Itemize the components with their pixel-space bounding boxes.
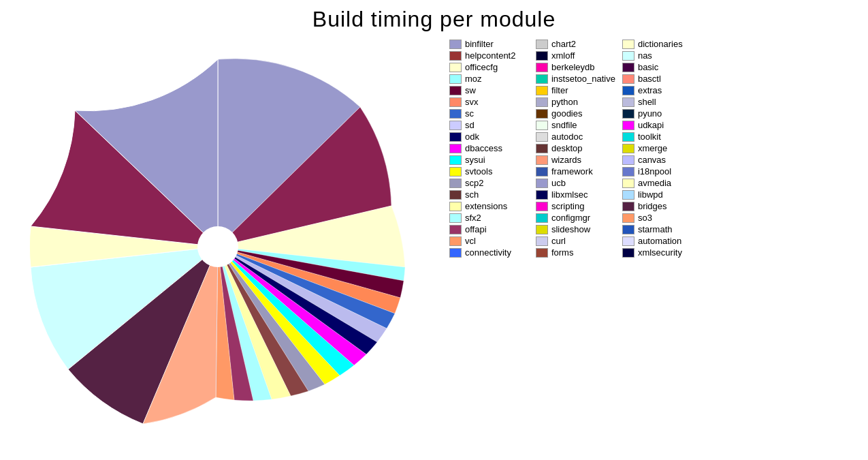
page-container: Build timing per module [0, 0, 868, 460]
legend-label: canvas [638, 155, 666, 165]
legend-color-box [449, 202, 462, 211]
legend-label: curl [551, 236, 566, 246]
legend-item: configmgr [536, 213, 615, 223]
legend-label: filter [551, 85, 568, 95]
legend-item: officecfg [449, 62, 529, 72]
legend-label: chart2 [551, 39, 576, 49]
legend-label: svx [465, 97, 479, 107]
legend-color-box [622, 225, 634, 234]
legend-color-box [622, 167, 634, 177]
legend-item: connectivity [449, 247, 529, 258]
legend-label: xmlsecurity [638, 247, 682, 258]
legend-label: starmath [638, 224, 673, 234]
legend-label: forms [551, 247, 574, 258]
legend-color-box [622, 248, 634, 258]
legend-label: so3 [638, 213, 652, 223]
legend-label: extensions [465, 201, 507, 211]
legend-item: xmerge [622, 143, 702, 153]
legend-color-box [622, 121, 634, 130]
legend-label: extras [638, 85, 662, 95]
legend-color-box [449, 167, 462, 177]
legend-label: python [551, 97, 578, 107]
legend-color-box [622, 202, 634, 211]
legend-item: sw [449, 85, 529, 95]
legend-color-box [449, 213, 462, 223]
legend-item: filter [536, 85, 615, 95]
legend-label: sd [465, 120, 475, 130]
legend-label: pyuno [638, 108, 662, 119]
legend-color-box [449, 144, 462, 153]
legend-color-box [622, 144, 634, 153]
legend-item: avmedia [622, 178, 702, 188]
legend-label: slideshow [551, 224, 590, 234]
legend-color-box [536, 144, 548, 153]
legend-label: svtools [465, 166, 492, 177]
legend-item: xmloff [536, 50, 615, 61]
legend-color-box [536, 190, 548, 200]
legend-color-box [536, 167, 548, 177]
legend-color-box [622, 63, 634, 72]
legend-item: svtools [449, 166, 529, 177]
legend-color-box [449, 51, 462, 61]
legend-label: xmerge [638, 143, 667, 153]
legend-label: vcl [465, 236, 476, 246]
legend-color-box [622, 179, 634, 188]
legend-color-box [536, 132, 548, 142]
legend-color-box [449, 86, 462, 95]
legend-label: connectivity [465, 247, 511, 258]
legend-item: vcl [449, 236, 529, 246]
legend-label: i18npool [638, 166, 671, 177]
legend-color-box [622, 155, 634, 165]
legend-item: basic [622, 62, 702, 72]
legend-label: sch [465, 189, 479, 200]
legend-color-box [622, 190, 634, 200]
legend-color-box [449, 179, 462, 188]
legend-color-box [622, 51, 634, 61]
chart-area [7, 35, 443, 451]
legend-item: sch [449, 189, 529, 200]
legend-color-box [449, 63, 462, 72]
legend-color-box [536, 179, 548, 188]
legend-color-box [536, 109, 548, 119]
legend-item: starmath [622, 224, 702, 234]
legend-color-box [449, 109, 462, 119]
legend-label: dbaccess [465, 143, 502, 153]
legend-label: udkapi [638, 120, 664, 130]
legend-label: framework [551, 166, 593, 177]
legend-color-box [622, 236, 634, 246]
legend-item: binfilter [449, 39, 529, 49]
legend-item: sysui [449, 155, 529, 165]
page-title: Build timing per module [0, 0, 868, 35]
legend-label: sndfile [551, 120, 577, 130]
legend-item: libxmlsec [536, 189, 615, 200]
legend-label: scripting [551, 201, 584, 211]
legend-color-box [622, 74, 634, 84]
legend-item: sc [449, 108, 529, 119]
legend-item: bridges [622, 201, 702, 211]
legend-item: udkapi [622, 120, 702, 130]
legend-label: bridges [638, 201, 667, 211]
legend-label: scp2 [465, 178, 483, 188]
legend-label: sfx2 [465, 213, 481, 223]
legend-item: chart2 [536, 39, 615, 49]
legend-color-box [536, 248, 548, 258]
legend-area: binfilterchart2dictionarieshelpcontent2x… [443, 35, 709, 261]
legend-label: ucb [551, 178, 566, 188]
legend-color-box [622, 86, 634, 95]
legend-label: sysui [465, 155, 485, 165]
legend-item: framework [536, 166, 615, 177]
legend-item: odk [449, 132, 529, 142]
legend-item: autodoc [536, 132, 615, 142]
legend-item: shell [622, 97, 702, 107]
legend-label: dictionaries [638, 39, 683, 49]
legend-item: berkeleydb [536, 62, 615, 72]
legend-item: moz [449, 74, 529, 84]
legend-label: desktop [551, 143, 583, 153]
svg-point-0 [197, 226, 238, 267]
legend-label: avmedia [638, 178, 671, 188]
legend-color-box [449, 132, 462, 142]
legend-color-box [449, 190, 462, 200]
legend-color-box [449, 155, 462, 165]
legend-label: autodoc [551, 132, 583, 142]
legend-label: libxmlsec [551, 189, 588, 200]
